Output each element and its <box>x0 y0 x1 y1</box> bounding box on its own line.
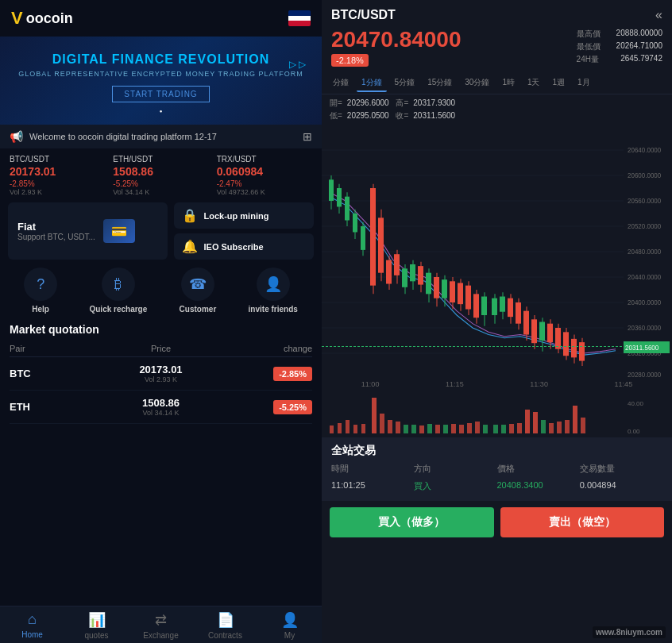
svg-rect-107 <box>483 425 488 433</box>
nav-exchange[interactable]: ⇄ Exchange <box>129 611 193 640</box>
svg-rect-118 <box>573 406 577 433</box>
chart-area: 20640.0000 20600.0000 20560.0000 20520.0… <box>322 125 672 379</box>
svg-text:20280.0000: 20280.0000 <box>628 372 662 379</box>
svg-rect-101 <box>435 425 440 433</box>
nav-contracts[interactable]: 📄 Contracts <box>193 611 257 640</box>
lock-icon: 🔒 <box>182 208 198 223</box>
tab-1w[interactable]: 1週 <box>548 75 570 92</box>
svg-rect-93 <box>372 398 377 433</box>
tickers-row: BTC/USDT 20173.01 -2.85% Vol 2.93 K ETH/… <box>0 148 322 202</box>
svg-rect-41 <box>410 264 415 281</box>
ticker-price-btc: 20173.01 <box>10 165 105 178</box>
my-icon: 👤 <box>281 611 299 629</box>
sell-button[interactable]: 賣出（做空） <box>500 507 665 537</box>
h24-label: 24H量 <box>577 54 599 65</box>
svg-rect-69 <box>523 311 529 335</box>
market-row-btc[interactable]: BTC 20173.01 Vol 2.93 K -2.85% <box>10 357 312 391</box>
th-qty: 交易數量 <box>580 463 662 475</box>
svg-rect-115 <box>549 423 554 433</box>
flag-icon[interactable] <box>288 10 311 26</box>
logo: V oocoin <box>11 8 73 29</box>
help-action[interactable]: ? Help <box>24 268 57 314</box>
ticker-btc[interactable]: BTC/USDT 20173.01 -2.85% Vol 2.93 K <box>10 155 105 196</box>
svg-text:20600.0000: 20600.0000 <box>628 172 662 179</box>
nav-quotes[interactable]: 📊 quotes <box>64 611 129 640</box>
notice-grid-icon[interactable]: ⊞ <box>303 130 312 143</box>
tab-1h[interactable]: 1時 <box>497 75 519 92</box>
buy-button[interactable]: 買入（做多） <box>330 507 494 537</box>
ticker-vol-trx: Vol 49732.66 K <box>217 188 312 196</box>
chart-arrows-icon[interactable]: « <box>655 8 662 22</box>
trade-price: 20408.3400 <box>497 480 580 492</box>
quick-recharge-action[interactable]: ₿ Quick recharge <box>89 268 147 314</box>
svg-rect-29 <box>361 226 365 250</box>
th-pair: Pair <box>10 344 96 353</box>
svg-rect-63 <box>500 297 505 312</box>
svg-rect-83 <box>579 342 585 360</box>
svg-rect-67 <box>516 302 521 324</box>
ieo-subscribe-button[interactable]: 🔔 IEO Subscribe <box>174 233 315 260</box>
ohlc-close-val: 20311.5600 <box>413 111 455 120</box>
th-direction: 方向 <box>414 463 496 475</box>
lockup-col: 🔒 Lock-up mining 🔔 IEO Subscribe <box>174 202 315 260</box>
trade-row: 11:01:25 買入 20408.3400 0.004894 <box>331 478 662 495</box>
market-pair-btc: BTC <box>10 368 96 379</box>
svg-rect-92 <box>361 424 365 433</box>
tab-30min[interactable]: 30分鐘 <box>460 75 494 92</box>
tab-minute[interactable]: 分鐘 <box>328 75 353 92</box>
tab-1d[interactable]: 1天 <box>523 75 545 92</box>
svg-text:20480.0000: 20480.0000 <box>628 248 662 256</box>
svg-rect-109 <box>501 425 506 433</box>
market-row-eth[interactable]: ETH 1508.86 Vol 34.14 K -5.25% <box>10 391 312 424</box>
time-axis: 11:00 11:15 11:30 11:45 <box>322 379 672 390</box>
tab-15min[interactable]: 15分鐘 <box>423 75 457 92</box>
market-price-eth: 1508.86 <box>96 397 226 409</box>
svg-rect-43 <box>418 266 423 284</box>
trade-buttons: 買入（做多） 賣出（做空） <box>322 501 672 544</box>
th-change: change <box>226 344 312 353</box>
table-header: Pair Price change <box>10 341 312 357</box>
fiat-card[interactable]: Fiat Support BTC, USDT... 💳 <box>8 202 168 260</box>
lockup-mining-button[interactable]: 🔒 Lock-up mining <box>174 202 315 229</box>
svg-rect-73 <box>539 322 545 341</box>
ohlc-open-val: 20296.6000 <box>347 98 389 107</box>
svg-rect-53 <box>458 283 463 304</box>
svg-rect-116 <box>557 422 562 433</box>
svg-rect-47 <box>434 277 439 298</box>
svg-text:40.00: 40.00 <box>628 400 644 407</box>
services-row: Fiat Support BTC, USDT... 💳 🔒 Lock-up mi… <box>0 202 322 260</box>
tab-1m[interactable]: 1月 <box>573 75 595 92</box>
high-val: 20888.00000 <box>616 29 662 40</box>
fiat-sub: Support BTC, USDT... <box>17 233 95 241</box>
svg-rect-111 <box>517 423 522 433</box>
ticker-eth[interactable]: ETH/USDT 1508.86 -5.25% Vol 34.14 K <box>113 155 208 196</box>
candlestick-chart: 20640.0000 20600.0000 20560.0000 20520.0… <box>322 125 672 379</box>
svg-rect-23 <box>337 188 342 206</box>
nav-my[interactable]: 👤 My <box>257 611 322 640</box>
tab-5min[interactable]: 5分鐘 <box>390 75 420 92</box>
ticker-price-eth: 1508.86 <box>113 165 208 178</box>
svg-rect-31 <box>370 188 376 286</box>
ticker-trx[interactable]: TRX/USDT 0.060984 -2.47% Vol 49732.66 K <box>217 155 312 196</box>
customer-action[interactable]: ☎ Customer <box>180 268 217 314</box>
ticker-vol-btc: Vol 2.93 K <box>10 188 105 196</box>
ieo-label: IEO Subscribe <box>204 242 264 252</box>
svg-rect-105 <box>467 423 472 433</box>
market-vol-btc: Vol 2.93 K <box>96 375 226 383</box>
tab-1min[interactable]: 1分鐘 <box>357 75 387 92</box>
svg-text:20440.0000: 20440.0000 <box>628 274 662 281</box>
svg-rect-81 <box>571 339 577 357</box>
nav-home[interactable]: ⌂ Home <box>0 611 64 640</box>
start-trading-button[interactable]: START TRADING <box>112 86 209 102</box>
svg-rect-104 <box>459 425 464 433</box>
svg-rect-113 <box>533 412 538 433</box>
ticker-pair-trx: TRX/USDT <box>217 155 312 164</box>
trade-dir: 買入 <box>414 480 496 492</box>
svg-rect-49 <box>442 279 447 298</box>
svg-rect-37 <box>394 254 400 275</box>
invite-friends-action[interactable]: 👤 invite friends <box>249 268 298 314</box>
home-icon: ⌂ <box>28 611 37 628</box>
notice-text: Welcome to oocoin digital trading platfo… <box>29 132 296 141</box>
svg-rect-99 <box>419 425 424 433</box>
market-price-btc: 20173.01 <box>96 364 226 375</box>
